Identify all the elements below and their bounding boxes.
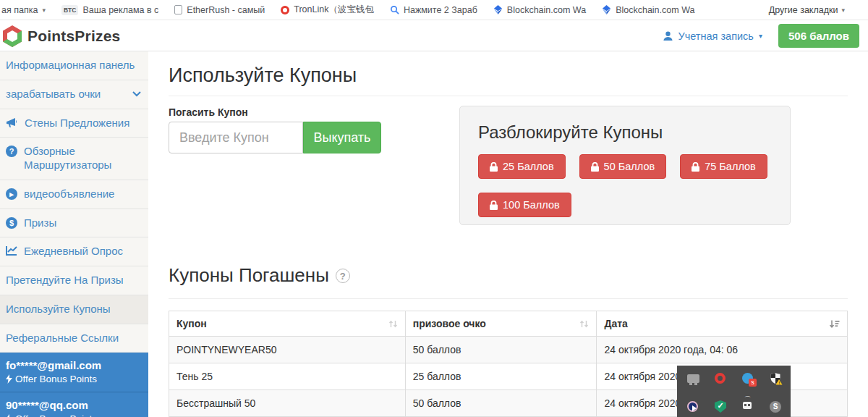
media-player-icon[interactable] <box>687 401 700 414</box>
antivirus-check-icon[interactable] <box>715 400 728 413</box>
cell-points: 50 баллов <box>405 390 597 417</box>
coin-dollar-icon: $ <box>6 217 17 229</box>
bookmark-label: Нажмите 2 Зараб <box>404 5 477 15</box>
unlock-button-label: 100 Баллов <box>503 199 560 211</box>
table-row[interactable]: POINTYNEWYEAR50 50 баллов 24 октября 202… <box>169 337 848 363</box>
monitor-icon[interactable] <box>687 374 700 387</box>
transmitter-device-icon[interactable] <box>743 397 756 410</box>
column-header-points[interactable]: призовое очко <box>405 311 597 337</box>
bookmark-blockchain-2[interactable]: Blockchain.com Wa <box>602 5 694 15</box>
bookmark-click2earn[interactable]: Нажмите 2 Зараб <box>390 5 477 15</box>
points-balance-badge[interactable]: 506 баллов <box>778 24 859 48</box>
lock-icon <box>490 162 498 172</box>
lock-icon <box>591 162 599 172</box>
bookmark-blockchain-1[interactable]: Blockchain.com Wa <box>493 5 586 15</box>
unlock-coupons-panel: Разблокируйте Купоны 25 Баллов 50 Баллов… <box>459 106 791 225</box>
sidebar-item-label: Обзорные Маршрутизаторы <box>24 145 142 172</box>
sidebar-item-daily-poll[interactable]: Ежедневный Опрос <box>0 237 148 266</box>
btc-icon: BTC <box>61 5 78 15</box>
column-header-coupon[interactable]: Купон <box>169 311 406 337</box>
section-title-text: Купоны Погашены <box>169 264 329 287</box>
svg-text:!: ! <box>779 381 780 385</box>
play-circle-icon: ▸ <box>6 188 17 200</box>
column-label: Дата <box>604 318 627 329</box>
main-content: Используйте Купоны Погасить Купон Выкупа… <box>148 51 868 417</box>
bookmark-tronlink[interactable]: TronLink（波宝钱包 <box>281 4 374 16</box>
unlock-button-label: 75 Баллов <box>705 161 756 172</box>
bookmark-btc[interactable]: BTC Ваша реклама в с <box>61 5 158 15</box>
unlock-50-button[interactable]: 50 Баллов <box>579 154 667 179</box>
bookmark-label: Blockchain.com Wa <box>507 5 586 15</box>
system-tray-popup: ! S <box>677 366 791 417</box>
referral-block-gmail[interactable]: fo*****@gmail.com Offer Bonus Points <box>0 353 148 392</box>
brand-name: PointsPrizes <box>27 28 120 45</box>
sidebar-item-label: Реферальные Ссылки <box>6 332 142 345</box>
referral-block-qq[interactable]: 90*****@qq.com Offer Bonus Points <box>0 392 148 417</box>
coupons-redeemed-title: Купоны Погашены ? <box>169 264 350 287</box>
lock-icon <box>490 201 498 210</box>
sidebar-item-offer-walls[interactable]: Стены Предложения <box>0 109 148 138</box>
other-bookmarks-button[interactable]: Другие закладки ▾ <box>769 5 845 15</box>
bookmark-label: Ваша реклама в с <box>82 5 158 15</box>
referral-email: fo*****@gmail.com <box>6 359 142 371</box>
divider <box>169 96 848 96</box>
other-bookmarks-label: Другие закладки <box>769 5 838 15</box>
coupon-input[interactable] <box>169 122 303 153</box>
sidebar-item-referral-links[interactable]: Реферальные Ссылки <box>0 324 148 353</box>
account-label: Учетная запись <box>678 30 754 42</box>
column-header-date[interactable]: Дата <box>597 311 848 337</box>
divider <box>169 298 848 299</box>
unlock-25-button[interactable]: 25 Баллов <box>478 154 566 179</box>
chevron-down-icon <box>132 91 141 97</box>
account-menu[interactable]: Учетная запись ▾ <box>663 30 762 42</box>
unlock-button-label: 50 Баллов <box>604 161 655 172</box>
cell-date: 24 октября 2020 года, 04: 06 <box>597 337 848 363</box>
brand-logo[interactable]: PointsPrizes <box>1 25 120 48</box>
redeem-input-group: Выкупать <box>169 122 381 153</box>
cell-coupon: Тень 25 <box>169 363 406 390</box>
skype-offline-icon[interactable]: S <box>770 401 783 414</box>
unlock-100-button[interactable]: 100 Баллов <box>478 193 571 217</box>
pointsprizes-hexagon-icon <box>1 25 23 48</box>
sidebar-item-video-ads[interactable]: ▸ видеообъявление <box>0 180 148 209</box>
site-header: PointsPrizes Учетная запись ▾ 506 баллов <box>0 21 868 51</box>
sidebar-item-dashboard[interactable]: Информационная панель <box>0 51 148 80</box>
windows-defender-warning-icon[interactable]: ! <box>770 372 783 385</box>
caret-down-icon: ▾ <box>42 7 46 14</box>
table-header-row: Купон призовое очко Дата <box>169 311 848 337</box>
sidebar-item-survey-routers[interactable]: ? Обзорные Маршрутизаторы <box>0 138 148 180</box>
lightning-icon <box>6 374 12 384</box>
bookmark-label: Blockchain.com Wa <box>616 5 694 15</box>
sidebar-item-claim-prizes[interactable]: Претендуйте На Призы <box>0 266 148 295</box>
redeem-button[interactable]: Выкупать <box>303 122 381 153</box>
unlock-75-button[interactable]: 75 Баллов <box>680 154 767 179</box>
volume-badge-icon[interactable] <box>742 373 755 386</box>
question-circle-icon: ? <box>6 146 17 157</box>
page-title: Используйте Купоны <box>169 64 357 87</box>
sidebar-item-earn-points[interactable]: зарабатывать очки <box>0 80 148 109</box>
sidebar-item-label: Используйте Купоны <box>6 303 142 316</box>
redeem-coupon-label: Погасить Купон <box>169 106 248 118</box>
sidebar-item-label: Ежедневный Опрос <box>24 245 142 258</box>
sidebar-item-prizes[interactable]: $ Призы <box>0 209 148 238</box>
tronlink-icon <box>281 6 289 14</box>
user-icon <box>663 30 673 41</box>
cell-points: 50 баллов <box>405 337 597 363</box>
help-icon[interactable]: ? <box>336 269 350 283</box>
chart-line-icon <box>6 245 17 256</box>
caret-down-icon: ▾ <box>759 32 762 40</box>
caret-down-icon: ▾ <box>841 7 845 14</box>
bookmark-etherrush[interactable]: EtherRush - самый <box>174 5 265 15</box>
sort-both-icon <box>579 319 589 329</box>
sidebar-item-use-coupons[interactable]: Используйте Купоны <box>0 295 148 324</box>
cell-points: 25 баллов <box>405 363 597 390</box>
unlock-button-label: 25 Баллов <box>503 161 554 172</box>
page-icon <box>174 5 182 14</box>
header-right: Учетная запись ▾ 506 баллов <box>663 24 860 48</box>
opera-browser-icon[interactable] <box>715 373 728 386</box>
magnifier-icon <box>390 5 399 14</box>
sidebar-item-label: Стены Предложения <box>25 117 142 130</box>
sidebar-nav: Информационная панель зарабатывать очки … <box>0 51 148 417</box>
sort-desc-icon <box>829 319 840 329</box>
bookmark-folder[interactable]: ая папка ▾ <box>1 5 46 15</box>
